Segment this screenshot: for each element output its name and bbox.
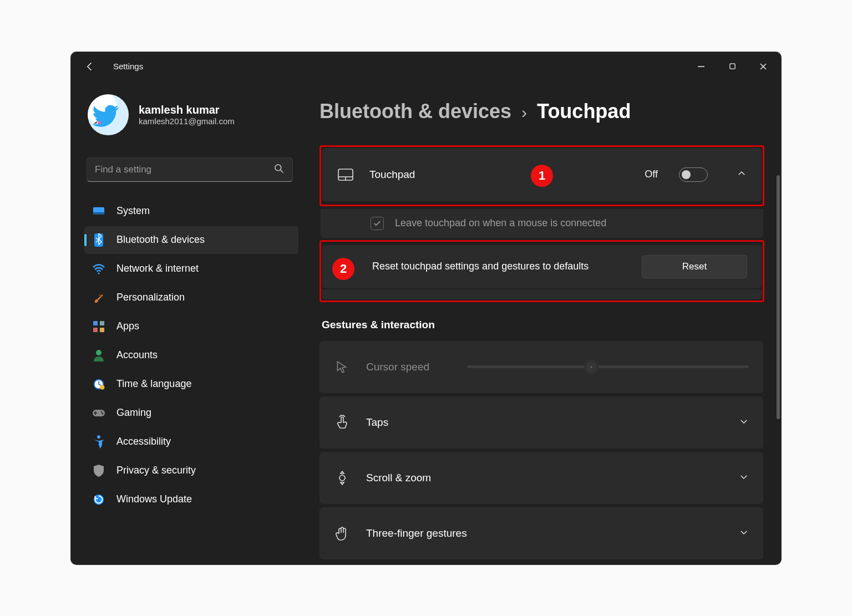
leave-touchpad-checkbox[interactable] xyxy=(371,217,384,230)
annotation-badge-1: 1 xyxy=(531,165,553,187)
account-icon xyxy=(92,349,105,362)
annotation-box-1: 1 Touchpad Off xyxy=(320,145,764,206)
search-icon xyxy=(273,163,285,176)
svg-point-4 xyxy=(98,121,101,124)
breadcrumb-current: Touchpad xyxy=(537,100,631,123)
scroll-zoom-row[interactable]: Scroll & zoom xyxy=(320,452,763,504)
toggle-state-label: Off xyxy=(645,169,658,180)
three-finger-icon xyxy=(334,526,351,541)
gamepad-icon xyxy=(92,406,105,420)
svg-point-27 xyxy=(339,475,345,481)
close-button[interactable] xyxy=(750,55,777,78)
svg-rect-11 xyxy=(93,321,98,325)
apps-icon xyxy=(92,320,105,333)
titlebar: Settings xyxy=(71,52,781,81)
breadcrumb: Bluetooth & devices › Touchpad xyxy=(320,100,775,123)
main-content: Bluetooth & devices › Touchpad 1 Touchpa… xyxy=(304,81,781,564)
scroll-zoom-label: Scroll & zoom xyxy=(366,472,431,484)
sidebar-item-label: Accounts xyxy=(116,349,158,361)
svg-point-18 xyxy=(100,385,104,389)
sidebar-item-time-language[interactable]: Time & language xyxy=(84,370,298,398)
cursor-icon xyxy=(334,359,351,375)
update-icon xyxy=(92,493,105,506)
avatar xyxy=(88,94,129,135)
cursor-speed-row: Cursor speed xyxy=(320,341,763,393)
scroll-zoom-icon xyxy=(334,470,351,486)
reset-description: Reset touchpad settings and gestures to … xyxy=(372,259,589,273)
sidebar-item-label: Privacy & security xyxy=(116,465,196,476)
chevron-up-icon[interactable] xyxy=(737,169,747,181)
sidebar-item-windows-update[interactable]: Windows Update xyxy=(84,486,298,513)
back-button[interactable] xyxy=(82,59,98,74)
brush-icon xyxy=(92,291,105,304)
minimize-button[interactable] xyxy=(688,55,714,78)
sidebar: kamlesh kumar kamlesh2011@gmail.com Syst… xyxy=(71,81,304,564)
taps-label: Taps xyxy=(366,416,388,429)
svg-point-5 xyxy=(275,164,281,170)
sidebar-item-network[interactable]: Network & internet xyxy=(84,255,298,283)
svg-point-15 xyxy=(96,350,102,355)
sidebar-item-label: Windows Update xyxy=(116,493,192,505)
gestures-heading: Gestures & interaction xyxy=(322,319,775,331)
svg-rect-13 xyxy=(93,328,98,332)
svg-point-22 xyxy=(97,435,100,439)
touchpad-toggle[interactable] xyxy=(679,167,708,182)
sidebar-item-personalization[interactable]: Personalization xyxy=(84,284,298,312)
taps-row[interactable]: Taps xyxy=(320,396,763,449)
sidebar-item-gaming[interactable]: Gaming xyxy=(84,399,298,427)
profile-name: kamlesh kumar xyxy=(139,104,235,116)
sidebar-item-label: Time & language xyxy=(116,378,191,390)
settings-window: Settings kamlesh kumar kamlesh2011@gmail… xyxy=(71,52,781,564)
search-input[interactable] xyxy=(95,164,273,175)
cursor-speed-label: Cursor speed xyxy=(366,361,429,373)
three-finger-row[interactable]: Three-finger gestures xyxy=(320,507,763,559)
sidebar-item-privacy[interactable]: Privacy & security xyxy=(84,457,298,485)
sidebar-item-bluetooth-devices[interactable]: Bluetooth & devices xyxy=(84,226,298,254)
svg-rect-8 xyxy=(93,212,104,214)
sidebar-item-label: Bluetooth & devices xyxy=(116,234,205,246)
clock-icon xyxy=(92,378,105,391)
scrollbar-thumb[interactable] xyxy=(777,175,780,419)
profile-block[interactable]: kamlesh kumar kamlesh2011@gmail.com xyxy=(84,94,298,135)
svg-rect-1 xyxy=(729,64,734,69)
leave-touchpad-label: Leave touchpad on when a mouse is connec… xyxy=(395,217,606,229)
nav-list: System Bluetooth & devices Network & int… xyxy=(84,197,298,513)
svg-point-20 xyxy=(101,411,103,413)
svg-rect-14 xyxy=(100,328,104,332)
chevron-down-icon xyxy=(739,416,749,429)
svg-rect-12 xyxy=(100,321,104,325)
svg-point-10 xyxy=(98,272,99,274)
reset-row: Reset touchpad settings and gestures to … xyxy=(322,245,762,288)
wifi-icon xyxy=(92,262,105,276)
sidebar-item-label: Accessibility xyxy=(116,436,171,447)
reset-button[interactable]: Reset xyxy=(642,255,747,278)
svg-point-21 xyxy=(102,413,104,414)
sidebar-item-label: System xyxy=(116,205,150,217)
sidebar-item-accounts[interactable]: Accounts xyxy=(84,342,298,369)
sidebar-item-accessibility[interactable]: Accessibility xyxy=(84,428,298,456)
chevron-right-icon: › xyxy=(521,103,527,122)
sidebar-item-system[interactable]: System xyxy=(84,197,298,225)
tap-icon xyxy=(334,415,351,430)
cursor-speed-slider[interactable] xyxy=(467,365,749,368)
three-finger-label: Three-finger gestures xyxy=(366,527,467,539)
bluetooth-icon xyxy=(92,233,105,247)
chevron-down-icon xyxy=(739,472,749,484)
sidebar-item-label: Personalization xyxy=(116,292,185,303)
sidebar-item-apps[interactable]: Apps xyxy=(84,313,298,340)
annotation-box-2: 2 Reset touchpad settings and gestures t… xyxy=(320,240,764,302)
maximize-button[interactable] xyxy=(719,55,746,78)
touchpad-icon xyxy=(337,168,354,181)
chevron-down-icon xyxy=(739,527,749,539)
sidebar-item-label: Apps xyxy=(116,320,139,332)
profile-email: kamlesh2011@gmail.com xyxy=(139,116,235,126)
breadcrumb-parent[interactable]: Bluetooth & devices xyxy=(320,100,511,123)
annotation-badge-2: 2 xyxy=(332,258,354,280)
touchpad-title: Touchpad xyxy=(369,169,415,181)
leave-touchpad-on-row[interactable]: Leave touchpad on when a mouse is connec… xyxy=(321,208,763,238)
svg-line-6 xyxy=(281,170,283,172)
accessibility-icon xyxy=(92,435,105,449)
shield-icon xyxy=(92,464,105,477)
system-icon xyxy=(92,205,105,218)
search-box[interactable] xyxy=(87,157,293,182)
